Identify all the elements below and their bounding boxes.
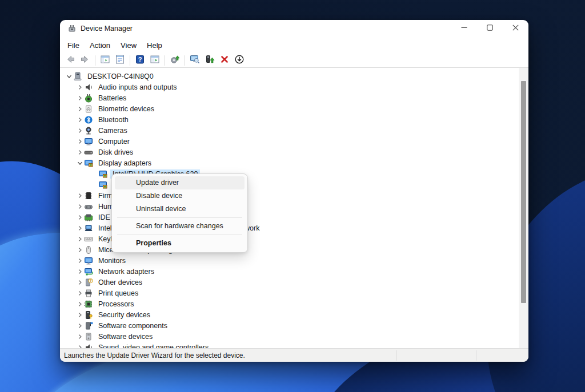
laptop-icon <box>84 224 93 233</box>
tree-item-network-adapters[interactable]: Network adapters <box>60 266 519 277</box>
show-action-pane-button[interactable] <box>148 54 162 67</box>
display-adapter-icon <box>84 159 93 168</box>
chevron-right-icon[interactable] <box>75 256 84 265</box>
tree-item-desktop-c4in8q0[interactable]: DESKTOP-C4IN8Q0 <box>60 71 519 82</box>
chevron-right-icon[interactable] <box>75 83 84 91</box>
tree-item-biometric-devices[interactable]: Biometric devices <box>60 103 519 114</box>
chevron-right-icon[interactable] <box>75 278 84 286</box>
tree-item-label: Cameras <box>96 126 130 135</box>
tree-item-label: Monitors <box>96 256 128 265</box>
tree-item-other-devices[interactable]: ?Other devices <box>60 277 519 288</box>
tree-item-security-devices[interactable]: Security devices <box>60 309 519 320</box>
chevron-right-icon[interactable] <box>75 126 84 135</box>
context-menu-item-scan-for-hardware-changes[interactable]: Scan for hardware changes <box>115 220 245 233</box>
help-button[interactable]: ? <box>133 54 147 67</box>
tree-item-processors[interactable]: Processors <box>60 298 519 309</box>
tree-item-label: Audio inputs and outputs <box>96 83 179 92</box>
show-hide-console-tree-button[interactable] <box>98 54 112 67</box>
statusbar: Launches the Update Driver Wizard for th… <box>60 348 528 362</box>
maximize-button[interactable] <box>477 20 503 37</box>
disable-device-button[interactable] <box>233 54 246 67</box>
tree-item-label: DESKTOP-C4IN8Q0 <box>85 72 156 81</box>
tree-item-software-devices[interactable]: Software devices <box>60 331 519 342</box>
device-manager-icon <box>67 24 77 33</box>
chevron-right-icon[interactable] <box>75 202 84 211</box>
tree-item-software-components[interactable]: Software components <box>60 320 519 331</box>
uninstall-device-button[interactable] <box>218 54 231 67</box>
tree-item-label: Other devices <box>96 278 145 287</box>
chevron-right-icon[interactable] <box>75 332 84 341</box>
minimize-button[interactable] <box>451 20 477 37</box>
context-menu-item-update-driver[interactable]: Update driver <box>115 176 245 189</box>
chevron-right-icon[interactable] <box>75 289 84 297</box>
tree-item-print-queues[interactable]: Print queues <box>60 288 519 298</box>
chevron-right-icon[interactable] <box>75 148 84 156</box>
menu-help[interactable]: Help <box>142 39 167 51</box>
context-menu-item-properties[interactable]: Properties <box>115 237 245 250</box>
forward-button[interactable] <box>78 54 92 67</box>
software-device-icon <box>84 332 93 341</box>
context-menu-item-disable-device[interactable]: Disable device <box>115 189 245 203</box>
minimize-icon <box>461 25 467 33</box>
menu-file[interactable]: File <box>62 39 85 51</box>
context-menu-separator <box>117 235 242 235</box>
disable-down-icon <box>234 54 245 66</box>
chevron-right-icon[interactable] <box>75 213 84 221</box>
scrollbar-track[interactable] <box>519 68 528 348</box>
monitor-icon <box>84 256 93 265</box>
chevron-right-icon[interactable] <box>75 94 84 102</box>
context-menu-item-uninstall-device[interactable]: Uninstall device <box>115 203 245 216</box>
update-device-driver-button[interactable] <box>203 54 217 67</box>
device-update-icon <box>205 54 215 66</box>
network-adapter-icon <box>84 267 93 276</box>
chevron-down-icon[interactable] <box>75 159 84 167</box>
tree-item-computer[interactable]: Computer <box>60 136 519 147</box>
statusbar-divider <box>476 350 476 361</box>
back-arrow-icon <box>65 54 75 66</box>
chevron-right-icon[interactable] <box>75 267 84 276</box>
chevron-right-icon[interactable] <box>75 310 84 319</box>
chevron-right-icon[interactable] <box>75 224 84 232</box>
keyboard-icon <box>84 235 93 244</box>
chevron-right-icon[interactable] <box>75 300 84 308</box>
toolbar: ? <box>60 53 528 68</box>
software-component-icon <box>84 321 93 330</box>
chevron-right-icon[interactable] <box>75 191 84 200</box>
ide-controller-icon <box>84 213 93 222</box>
chevron-right-icon[interactable] <box>75 235 84 243</box>
tree-item-audio-inputs-and-outputs[interactable]: Audio inputs and outputs <box>60 82 519 92</box>
back-button[interactable] <box>63 54 77 67</box>
window-title: Device Manager <box>81 25 133 33</box>
chevron-right-icon[interactable] <box>75 343 84 348</box>
close-button[interactable] <box>503 20 528 37</box>
svg-text:?: ? <box>90 278 92 282</box>
camera-icon <box>84 126 93 135</box>
window-controls <box>451 20 528 37</box>
tree-item-cameras[interactable]: Cameras <box>60 125 519 136</box>
properties-button[interactable] <box>113 54 127 67</box>
chevron-right-icon[interactable] <box>75 137 84 146</box>
toolbar-separator <box>130 55 130 66</box>
tree-item-disk-drives[interactable]: Disk drives <box>60 147 519 157</box>
update-driver-button[interactable] <box>168 54 182 67</box>
chevron-right-icon[interactable] <box>75 245 84 254</box>
chevron-right-icon[interactable] <box>75 321 84 330</box>
scrollbar-thumb[interactable] <box>521 81 526 303</box>
tree-item-label: Disk drives <box>96 148 135 157</box>
chevron-right-icon[interactable] <box>75 115 84 124</box>
hdd-icon <box>84 148 93 157</box>
tree-item-batteries[interactable]: Batteries <box>60 92 519 103</box>
titlebar[interactable]: Device Manager <box>60 20 528 37</box>
tree-item-sound-video-and-game-controllers[interactable]: Sound, video and game controllers <box>60 342 519 348</box>
tree-item-monitors[interactable]: Monitors <box>60 255 519 266</box>
scan-for-hardware-changes-button[interactable] <box>188 54 202 67</box>
tree-item-display-adapters[interactable]: Display adapters <box>60 157 519 168</box>
chevron-right-icon[interactable] <box>75 104 84 113</box>
console-tree-icon <box>100 54 110 66</box>
tree-item-label: Sound, video and game controllers <box>96 343 211 349</box>
menu-action[interactable]: Action <box>85 39 115 51</box>
chevron-down-icon[interactable] <box>65 72 73 80</box>
update-driver-icon <box>170 54 180 66</box>
tree-item-bluetooth[interactable]: Bluetooth <box>60 114 519 125</box>
menu-view[interactable]: View <box>115 39 142 51</box>
